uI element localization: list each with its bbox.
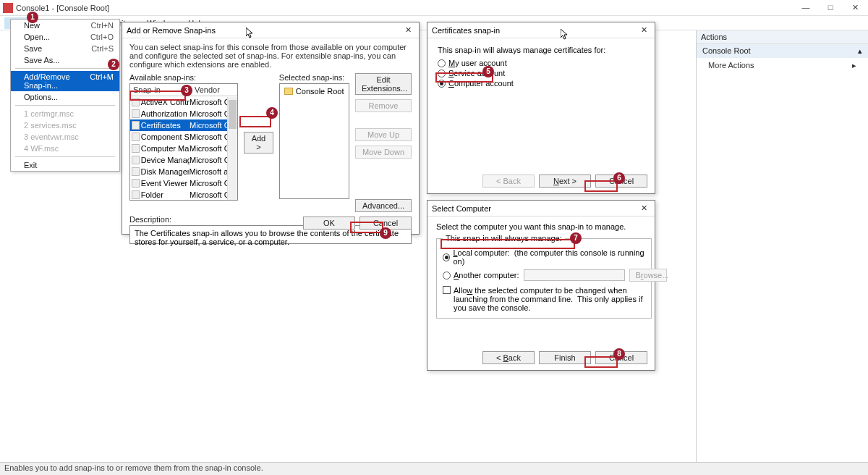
- selcomp-intro: Select the computer you want this snap-i…: [436, 222, 646, 231]
- actions-more-label: More Actions: [708, 61, 754, 70]
- browse-button: Browse...: [629, 269, 667, 282]
- cancel-button[interactable]: Cancel: [595, 175, 647, 188]
- selected-snapins-label: Selected snap-ins:: [279, 73, 349, 82]
- selected-snapins-tree[interactable]: Console Root: [279, 83, 349, 199]
- snapin-icon: [132, 144, 140, 153]
- file-menu-add-remove-snapin[interactable]: Add/Remove Snap-in...Ctrl+M: [11, 71, 119, 91]
- snapin-icon: [132, 190, 140, 199]
- next-button[interactable]: Next >: [539, 175, 591, 188]
- move-down-button: Move Down: [355, 146, 412, 159]
- actions-root-label: Console Root: [702, 46, 751, 56]
- list-item[interactable]: ActiveX ControlMicrosoft Cor...: [130, 96, 237, 108]
- cancel-button[interactable]: Cancel: [595, 351, 647, 364]
- list-item[interactable]: FolderMicrosoft Cor...: [130, 189, 237, 201]
- remove-button: Remove: [355, 99, 412, 112]
- actions-more[interactable]: More Actions ▸: [697, 58, 868, 73]
- radio-my-user-account[interactable]: MMy user accounty user account: [438, 59, 644, 67]
- file-menu-recent-1[interactable]: 1 certmgr.msc: [11, 108, 119, 119]
- snapin-icon: [132, 98, 140, 106]
- file-menu-open[interactable]: Open...Ctrl+O: [11, 31, 119, 43]
- select-computer-dialog: Select Computer ✕ Select the computer yo…: [427, 200, 655, 371]
- folder-icon: [284, 88, 293, 95]
- available-snapins-list[interactable]: Snap-inVendor ActiveX ControlMicrosoft C…: [129, 83, 238, 201]
- list-item[interactable]: Computer Managem...Microsoft Cor...: [130, 143, 237, 154]
- cert-intro: This snap-in will always manage certific…: [438, 46, 644, 54]
- minimize-button[interactable]: —: [799, 3, 813, 12]
- ok-button[interactable]: OK: [303, 217, 355, 230]
- file-menu-new[interactable]: NewCtrl+N: [11, 20, 119, 31]
- snapin-icon: [132, 133, 140, 141]
- list-item[interactable]: CertificatesMicrosoft Cor...: [130, 119, 237, 131]
- another-computer-input: [524, 269, 625, 281]
- snapin-icon: [132, 156, 140, 164]
- app-icon: [3, 3, 13, 13]
- status-bar: Enables you to add snap-ins to or remove…: [0, 462, 868, 475]
- finish-button[interactable]: Finish: [539, 351, 591, 364]
- available-snapins-label: Available snap-ins:: [129, 73, 238, 82]
- file-menu-dropdown: NewCtrl+N Open...Ctrl+O SaveCtrl+S Save …: [10, 19, 120, 172]
- back-button: < Back: [482, 175, 535, 188]
- advanced-button[interactable]: Advanced...: [355, 199, 412, 212]
- actions-header: Actions: [697, 30, 868, 44]
- move-up-button: Move Up: [355, 128, 412, 141]
- allow-change-checkbox[interactable]: [443, 286, 451, 294]
- list-item[interactable]: Disk ManagementMicrosoft and...: [130, 166, 237, 177]
- dialog-title: Select Computer: [432, 204, 491, 213]
- edit-extensions-button[interactable]: Edit Extensions...: [355, 73, 412, 95]
- scrollbar[interactable]: [227, 97, 237, 200]
- radio-another-computer[interactable]: Another computer:: [443, 271, 519, 279]
- list-item[interactable]: Component ServicesMicrosoft Cor...: [130, 131, 237, 143]
- close-icon[interactable]: ✕: [637, 203, 650, 213]
- allow-change-label: Allow the selected computer to be change…: [454, 286, 645, 312]
- add-button[interactable]: Add >: [244, 132, 273, 154]
- snapin-icon: [132, 109, 140, 118]
- snapin-icon: [132, 121, 140, 130]
- file-menu-save[interactable]: SaveCtrl+S: [11, 43, 119, 54]
- chevron-right-icon: ▸: [852, 61, 856, 70]
- selcomp-group-label: This snap-in will always manage:: [443, 234, 565, 243]
- close-icon[interactable]: ✕: [401, 25, 414, 35]
- file-menu-recent-2[interactable]: 2 services.msc: [11, 119, 119, 131]
- file-menu-recent-3[interactable]: 3 eventvwr.msc: [11, 131, 119, 143]
- file-menu-recent-4[interactable]: 4 WF.msc: [11, 143, 119, 154]
- close-button[interactable]: ✕: [848, 3, 862, 12]
- col-vendor: Vendor: [192, 84, 223, 96]
- close-icon[interactable]: ✕: [637, 25, 650, 35]
- list-item[interactable]: Event ViewerMicrosoft Cor...: [130, 177, 237, 189]
- file-menu-options[interactable]: Options...: [11, 91, 119, 103]
- actions-console-root[interactable]: Console Root ▴: [697, 44, 868, 58]
- actions-pane: Actions Console Root ▴ More Actions ▸: [696, 30, 868, 462]
- back-button[interactable]: < Back: [482, 351, 535, 364]
- list-item[interactable]: Device ManagerMicrosoft Cor...: [130, 154, 237, 166]
- title-bar: Console1 - [Console Root] — □ ✕: [0, 0, 868, 16]
- file-menu-save-as[interactable]: Save As...: [11, 54, 119, 66]
- certificates-snapin-dialog: Certificates snap-in ✕ This snap-in will…: [427, 22, 655, 194]
- file-menu-exit[interactable]: Exit: [11, 159, 119, 171]
- dialog-title: Certificates snap-in: [432, 26, 500, 35]
- radio-local-computer[interactable]: Local computer: (the computer this conso…: [443, 248, 645, 266]
- tree-node-console-root[interactable]: Console Root: [284, 87, 344, 96]
- dialog-title: Add or Remove Snap-ins: [127, 26, 216, 35]
- cancel-button[interactable]: Cancel: [359, 217, 412, 230]
- maximize-button[interactable]: □: [823, 3, 838, 12]
- col-snapin: Snap-in: [130, 84, 192, 96]
- add-remove-snapins-dialog: Add or Remove Snap-ins ✕ You can select …: [122, 22, 420, 235]
- radio-service-account[interactable]: Service account: [438, 69, 644, 77]
- collapse-icon: ▴: [858, 46, 862, 56]
- window-title: Console1 - [Console Root]: [16, 4, 799, 12]
- snapin-icon: [132, 179, 140, 188]
- list-item[interactable]: Authorization ManagerMicrosoft Cor...: [130, 108, 237, 119]
- snapin-icon: [132, 167, 140, 176]
- dialog-description: You can select snap-ins for this console…: [122, 38, 419, 69]
- radio-computer-account[interactable]: Computer account: [438, 79, 644, 88]
